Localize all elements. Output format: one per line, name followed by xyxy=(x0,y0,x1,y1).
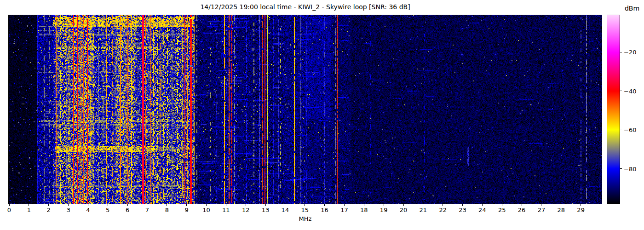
colorbar-tick-mark xyxy=(620,52,622,52)
x-tick-mark xyxy=(403,204,404,206)
x-tick-mark xyxy=(324,204,325,206)
x-tick-mark xyxy=(147,204,147,206)
x-tick-mark xyxy=(462,204,463,206)
x-tick-label: 25 xyxy=(498,207,506,213)
colorbar-tick-mark xyxy=(620,130,622,130)
x-tick-label: 13 xyxy=(262,207,270,213)
x-tick-label: 19 xyxy=(380,207,388,213)
x-tick-label: 2 xyxy=(47,207,51,213)
x-tick-mark xyxy=(561,204,561,206)
x-tick-label: 28 xyxy=(558,207,565,213)
waterfall-heatmap xyxy=(9,15,602,204)
x-tick-mark xyxy=(29,204,29,206)
x-tick-mark xyxy=(482,204,483,206)
x-tick-mark xyxy=(364,204,364,206)
x-tick-label: 7 xyxy=(145,207,149,213)
x-tick-label: 6 xyxy=(126,207,129,213)
colorbar-tick-label: −60 xyxy=(624,126,636,133)
x-tick-mark xyxy=(186,204,187,206)
x-tick-label: 18 xyxy=(360,207,368,213)
colorbar-tick-mark xyxy=(620,168,622,169)
x-tick-label: 4 xyxy=(86,207,90,213)
x-tick-label: 0 xyxy=(7,207,11,213)
colorbar-tick-label: −80 xyxy=(624,165,636,172)
x-tick-label: 21 xyxy=(420,207,427,213)
x-tick-mark xyxy=(9,204,10,206)
x-tick-mark xyxy=(581,204,581,206)
x-tick-label: 12 xyxy=(242,207,250,213)
x-tick-label: 24 xyxy=(478,207,486,213)
x-tick-label: 3 xyxy=(66,207,70,213)
x-tick-label: 16 xyxy=(321,207,328,213)
x-tick-mark xyxy=(206,204,207,206)
x-tick-label: 14 xyxy=(282,207,289,213)
colorbar-gradient xyxy=(607,15,620,204)
x-tick-mark xyxy=(246,204,246,206)
chart-title: 14/12/2025 19:00 local time - KIWI_2 - S… xyxy=(9,3,602,11)
x-tick-label: 20 xyxy=(400,207,408,213)
x-tick-mark xyxy=(502,204,502,206)
x-tick-mark xyxy=(108,204,108,206)
x-tick-label: 9 xyxy=(185,207,189,213)
x-tick-label: 8 xyxy=(165,207,169,213)
x-tick-mark xyxy=(285,204,285,206)
x-tick-mark xyxy=(167,204,167,206)
x-tick-label: 1 xyxy=(27,207,31,213)
x-tick-mark xyxy=(423,204,423,206)
x-tick-label: 22 xyxy=(439,207,447,213)
colorbar-tick-mark xyxy=(620,91,622,91)
x-tick-mark xyxy=(541,204,541,206)
x-tick-label: 15 xyxy=(301,207,309,213)
x-tick-label: 11 xyxy=(222,207,230,213)
x-tick-mark xyxy=(522,204,522,206)
x-tick-mark xyxy=(48,204,49,206)
x-tick-mark xyxy=(226,204,226,206)
x-tick-label: 10 xyxy=(202,207,210,213)
colorbar-tick-label: −20 xyxy=(624,49,636,56)
x-tick-label: 5 xyxy=(106,207,109,213)
x-tick-label: 26 xyxy=(518,207,526,213)
x-tick-label: 23 xyxy=(459,207,466,213)
x-tick-mark xyxy=(344,204,345,206)
spectrogram-figure: 14/12/2025 19:00 local time - KIWI_2 - S… xyxy=(0,0,644,230)
x-tick-label: 29 xyxy=(577,207,585,213)
x-tick-label: 17 xyxy=(340,207,348,213)
x-tick-label: 27 xyxy=(538,207,546,213)
x-tick-mark xyxy=(127,204,128,206)
colorbar-unit-label: dBm xyxy=(620,5,644,12)
x-tick-mark xyxy=(443,204,443,206)
x-tick-mark xyxy=(265,204,266,206)
x-axis-label: MHz xyxy=(9,215,602,222)
colorbar-tick-label: −40 xyxy=(624,87,636,94)
x-tick-mark xyxy=(68,204,69,206)
x-tick-mark xyxy=(305,204,305,206)
x-tick-mark xyxy=(384,204,384,206)
x-tick-mark xyxy=(88,204,88,206)
